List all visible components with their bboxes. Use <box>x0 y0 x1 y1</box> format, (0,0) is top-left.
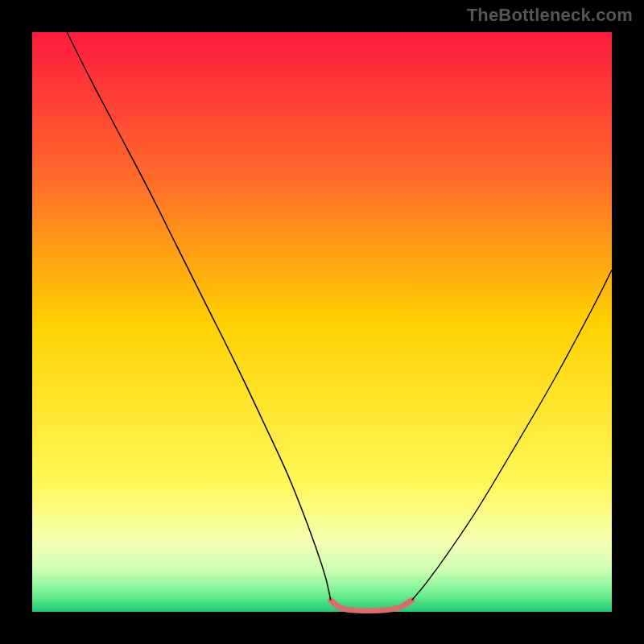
chart-frame: TheBottleneck.com <box>0 0 644 644</box>
right-branch-series <box>412 270 612 600</box>
curve-layer <box>32 32 612 612</box>
valley-highlight-series <box>331 601 412 611</box>
watermark-text: TheBottleneck.com <box>467 5 633 26</box>
left-branch-series <box>67 32 331 601</box>
plot-area <box>32 32 612 612</box>
